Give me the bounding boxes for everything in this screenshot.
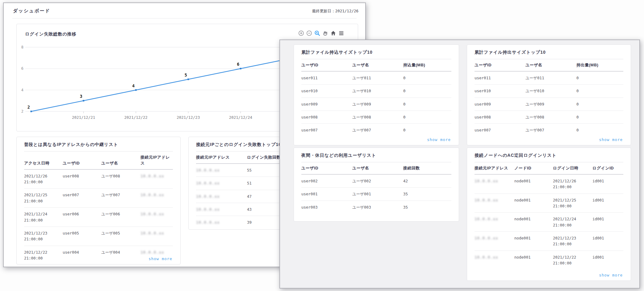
col-header: 接続元IPアドレス [475,162,514,174]
user-name: ユーザ004 [101,246,140,264]
table-row: user008ユーザ0080 [301,110,451,123]
col-header: ユーザID [301,162,352,174]
table-row: 10.0.0.xx node001 2021/12/2621:00:00 id0… [475,174,623,193]
table-row: 2021/12/2621:00:00 user008 ユーザ008 10.0.0… [24,169,173,189]
table-row: 10.0.0.xx node001 2021/12/2321:00:00 id0… [475,232,623,251]
chart-toolbar [298,30,344,36]
node-id: node001 [514,232,553,251]
redacted-ip: 10.0.0.xx [196,194,220,199]
svg-text:2021/12/24: 2021/12/24 [229,115,252,120]
col-header: ログインID [592,162,623,174]
connection-count: 35 [403,188,451,201]
user-name: ユーザ007 [352,124,403,137]
user-name: ユーザ008 [525,110,576,123]
user-name: ユーザ005 [101,227,140,246]
table-row: user010ユーザ0100 [475,85,623,98]
user-id: user009 [475,98,525,110]
access-time: 21:00:00 [24,217,61,223]
login-date: 2021/12/25 [553,197,591,203]
table-row: user010ユーザ0100 [301,85,451,98]
export-table: ユーザID ユーザ名 持出量(MB) user011ユーザ0110 user01… [475,59,623,137]
login-date: 2021/12/22 [553,254,591,260]
login-id: id001 [592,213,623,232]
header-divider [12,18,357,19]
user-id: user008 [301,110,352,123]
redacted-ip: 10.0.0.xx [196,168,220,173]
last-updated-label: 最終更新日：2021/12/26 [312,9,358,14]
login-id: id001 [592,251,623,269]
table-row: 2021/12/2521:00:00 user007 ユーザ007 10.0.0… [24,189,173,208]
svg-text:2021/12/23: 2021/12/23 [177,115,200,120]
col-header: ユーザ名 [352,162,403,174]
screenshot-root: ダッシュボード 最終更新日：2021/12/26 ログイン失敗総数の推移 [0,0,644,291]
user-id: user008 [63,169,101,189]
show-more-link[interactable]: show more [427,137,451,142]
access-date: 2021/12/22 [24,249,61,255]
login-id: id001 [592,174,623,193]
col-header: ユーザID [475,59,525,71]
relay-card-title: 普段とは異なるIPアドレスからの中継リスト [24,142,173,148]
user-id: user011 [301,71,352,85]
col-header: 接続回数 [403,162,451,174]
col-header: ログイン日時 [553,162,592,174]
svg-text:2: 2 [27,105,30,110]
bypass-card-title: 接続ノードへのAC迂回ログインリスト [475,153,623,158]
redacted-ip: 10.0.0.xx [475,236,498,240]
table-row: user009ユーザ0090 [301,98,451,110]
pan-hand-icon[interactable] [322,30,328,36]
svg-text:2: 2 [21,109,23,114]
user-name: ユーザ011 [525,71,576,85]
access-time: 21:00:00 [24,255,61,261]
col-header: ノードID [514,162,553,174]
show-more-link[interactable]: show more [599,137,623,142]
show-more-link[interactable]: show more [599,273,623,277]
user-id: user001 [301,188,352,201]
table-row: 10.0.0.xx node001 2021/12/2421:00:00 id0… [475,213,623,232]
menu-icon[interactable] [338,30,344,36]
access-time: 21:00:00 [24,198,61,204]
user-name: ユーザ009 [352,98,403,110]
user-id: user007 [475,124,525,137]
night-table: ユーザID ユーザ名 接続回数 user002ユーザ00242 user001ユ… [301,162,451,214]
redacted-ip: 10.0.0.xx [196,181,220,185]
redacted-ip: 10.0.0.xx [140,193,164,197]
login-time: 21:00:00 [553,222,591,228]
user-name: ユーザ003 [352,201,403,214]
col-header: ユーザ名 [101,152,140,169]
amount: 0 [403,124,451,137]
bypass-table: 接続元IPアドレス ノードID ログイン日時 ログインID 10.0.0.xx … [475,162,623,270]
login-id: id001 [592,193,623,213]
user-name: ユーザ007 [101,189,140,208]
redacted-ip: 10.0.0.xx [475,179,498,183]
table-row: 2021/12/2321:00:00 user005 ユーザ005 10.0.0… [24,227,173,246]
zoom-out-icon[interactable] [306,30,312,36]
show-more-link[interactable]: show more [148,256,172,261]
user-id: user006 [63,208,101,227]
user-id: user010 [475,85,525,98]
home-icon[interactable] [330,30,336,36]
detail-window: 累計ファイル持込サイズトップ10 ユーザID ユーザ名 持込量(MB) user… [279,39,640,289]
user-id: user003 [301,201,352,214]
col-header: 接続元IPアドレス [196,152,247,164]
amount: 0 [576,110,623,123]
zoom-in-icon[interactable] [298,30,304,36]
user-id: user008 [475,110,525,123]
col-header: ユーザID [63,152,101,169]
user-id: user004 [63,246,101,264]
access-date: 2021/12/25 [24,192,61,198]
svg-text:3: 3 [80,94,82,99]
export-card-title: 累計ファイル持出サイズトップ10 [475,50,623,55]
table-row: 10.0.0.xx node001 2021/12/2221:00:00 id0… [475,251,623,269]
node-id: node001 [514,174,553,193]
user-id: user007 [63,189,101,208]
node-id: node001 [514,251,553,269]
login-time: 21:00:00 [553,203,591,209]
file-export-top10-card: 累計ファイル持出サイズトップ10 ユーザID ユーザ名 持出量(MB) user… [467,44,631,145]
login-time: 21:00:00 [553,184,591,190]
import-table: ユーザID ユーザ名 持込量(MB) user011ユーザ0110 user01… [301,59,451,137]
svg-text:4: 4 [132,83,135,88]
node-id: node001 [514,193,553,213]
user-id: user005 [63,227,101,246]
table-row: user011ユーザ0110 [301,71,451,85]
zoom-select-icon[interactable] [314,30,320,36]
